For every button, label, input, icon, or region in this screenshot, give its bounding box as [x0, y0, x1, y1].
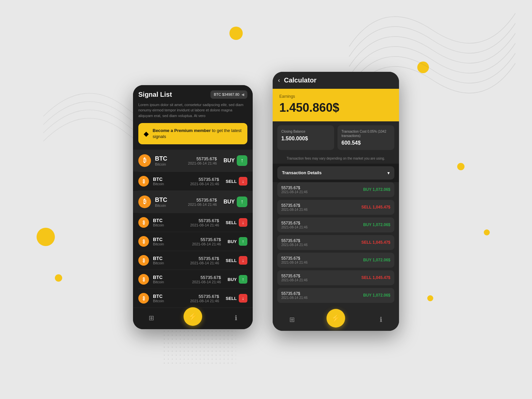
signal-date: 2021-08-14 21:46: [188, 202, 217, 206]
action-btn[interactable]: BUY ↑: [223, 197, 247, 207]
tx-date: 2021-08-14 21:46: [281, 296, 308, 300]
signal-list-title: Signal List: [138, 91, 172, 98]
tx-price: 55735.67$: [281, 221, 308, 225]
tx-info: 55735.67$ 2021-08-14 21:46: [281, 291, 308, 300]
signal-price: 55735.67$: [188, 198, 217, 202]
signal-price-info: 55735.67$ 2021-08-14 21:46: [188, 198, 217, 206]
action-label: BUY: [228, 277, 237, 282]
signal-info: BTC Bitcoin: [153, 294, 186, 303]
action-btn[interactable]: BUY ↑: [223, 155, 247, 166]
signal-date: 2021-08-14 21:46: [190, 261, 219, 265]
signal-item[interactable]: ₿ BTC Bitcoin 55735.67$ 2021-08-14 21:46…: [133, 191, 253, 213]
back-button[interactable]: ‹: [278, 77, 280, 84]
earnings-card: Earnings 1.450.860$: [273, 89, 399, 121]
signal-list: ₿ BTC Bitcoin 55735.67$ 2021-08-14 21:46…: [133, 150, 253, 308]
transaction-item[interactable]: 55735.67$ 2021-08-14 21:46 BUY 1,072.06$: [277, 253, 394, 268]
transaction-item[interactable]: 55735.67$ 2021-08-14 21:46 SELL 1,045.47…: [277, 270, 394, 285]
signal-list-screen: Signal List BTC $34987.80 ◀ Lorem ipsum …: [133, 85, 253, 330]
sell-icon: ↓: [239, 256, 247, 265]
signal-price: 55735.67$: [190, 177, 219, 182]
tx-date: 2021-08-14 21:46: [281, 190, 308, 194]
badge-arrow: ◀: [241, 92, 244, 97]
signal-price-info: 55735.67$ 2021-08-14 21:46: [190, 218, 219, 227]
transaction-item[interactable]: 55735.67$ 2021-08-14 21:46 BUY 1,072.06$: [277, 182, 394, 197]
signal-price: 55735.67$: [192, 237, 221, 242]
transaction-item[interactable]: 55735.67$ 2021-08-14 21:46 BUY 1,072.06$: [277, 217, 394, 232]
tx-info: 55735.67$ 2021-08-14 21:46: [281, 221, 308, 229]
closing-balance-card: Closing Balance 1.500.000$: [277, 125, 334, 150]
transaction-item[interactable]: 55735.67$ 2021-08-14 21:46 SELL 1,045.47…: [277, 200, 394, 215]
signal-name: Bitcoin: [153, 182, 186, 186]
sell-icon: ↓: [239, 177, 247, 186]
tx-info: 55735.67$ 2021-08-14 21:46: [281, 256, 308, 264]
signal-item[interactable]: ₿ BTC Bitcoin 55735.67$ 2021-08-14 21:46…: [133, 251, 253, 270]
action-btn[interactable]: SELL ↓: [226, 294, 247, 303]
btc-price-badge[interactable]: BTC $34987.80 ◀: [210, 90, 247, 99]
action-btn[interactable]: SELL ↓: [226, 177, 247, 186]
transaction-list: 55735.67$ 2021-08-14 21:46 BUY 1,072.06$…: [273, 182, 399, 310]
signal-item[interactable]: ₿ BTC Bitcoin 55735.67$ 2021-08-14 21:46…: [133, 172, 253, 191]
tx-price: 55735.67$: [281, 238, 308, 243]
tx-action: BUY 1,072.06$: [363, 222, 390, 227]
premium-text: Become a Premium member to get the lates…: [153, 128, 242, 140]
lightning-button[interactable]: ⚡: [184, 307, 202, 326]
tx-date: 2021-08-14 21:46: [281, 261, 308, 264]
signal-name: Bitcoin: [153, 242, 188, 246]
info-nav-icon[interactable]: ℹ: [380, 316, 382, 324]
info-nav-icon[interactable]: ℹ: [235, 314, 237, 322]
calculator-screen: ‹ Calculator Earnings 1.450.860$ Closing…: [273, 72, 399, 331]
grid-nav-icon[interactable]: ⊞: [289, 316, 295, 324]
signal-coin: BTC: [153, 275, 188, 280]
signal-item[interactable]: ₿ BTC Bitcoin 55735.67$ 2021-08-14 21:46…: [133, 232, 253, 251]
lightning-icon: ⚡: [188, 312, 198, 321]
transaction-details-header[interactable]: Transaction Details ▾: [277, 166, 394, 180]
sell-icon: ↓: [239, 218, 247, 227]
action-label: BUY: [223, 158, 235, 164]
signal-date: 2021-08-14 21:46: [190, 223, 219, 227]
signal-coin: BTC: [153, 294, 186, 299]
closing-balance-value: 1.500.000$: [281, 136, 330, 142]
signal-price-info: 55735.67$ 2021-08-14 21:46: [192, 275, 221, 284]
signal-info: BTC Bitcoin: [155, 197, 184, 207]
tx-action: BUY 1,072.06$: [363, 293, 390, 298]
signal-description: Lorem ipsum dolor sit amet, consetetur s…: [133, 99, 253, 123]
tx-date: 2021-08-14 21:46: [281, 278, 308, 282]
signal-item[interactable]: ₿ BTC Bitcoin 55735.67$ 2021-08-14 21:46…: [133, 213, 253, 232]
action-btn[interactable]: SELL ↓: [226, 256, 247, 265]
calculator-title: Calculator: [284, 76, 317, 84]
signal-item[interactable]: ₿ BTC Bitcoin 55735.67$ 2021-08-14 21:46…: [133, 150, 253, 172]
signal-price: 55735.67$: [190, 256, 219, 261]
premium-banner[interactable]: ◆ Become a Premium member to get the lat…: [138, 123, 247, 144]
calc-bottom-nav: ⊞ ℹ ⚡: [273, 310, 399, 331]
signal-date: 2021-08-14 21:46: [190, 182, 219, 186]
signal-coin: BTC: [155, 197, 184, 203]
signal-item[interactable]: ₿ BTC Bitcoin 55735.67$ 2021-08-14 21:46…: [133, 289, 253, 308]
signal-name: Bitcoin: [153, 261, 186, 265]
signal-price-info: 55735.67$ 2021-08-14 21:46: [190, 294, 219, 303]
lightning-button[interactable]: ⚡: [327, 309, 345, 328]
signal-coin: BTC: [153, 237, 188, 242]
tx-date: 2021-08-14 21:46: [281, 243, 308, 247]
tx-action: SELL 1,045.47$: [361, 275, 390, 280]
signal-date: 2021-08-14 21:46: [192, 280, 221, 284]
btc-icon: ₿: [138, 255, 149, 266]
signal-date: 2021-08-14 21:46: [188, 161, 217, 165]
tx-price: 55735.67$: [281, 291, 308, 296]
tx-info: 55735.67$ 2021-08-14 21:46: [281, 238, 308, 247]
signal-info: BTC Bitcoin: [155, 155, 184, 166]
action-btn[interactable]: BUY ↑: [228, 275, 247, 284]
btc-icon: ₿: [138, 274, 149, 285]
signal-item[interactable]: ₿ BTC Bitcoin 55735.67$ 2021-08-14 21:46…: [133, 270, 253, 289]
transaction-cost-label: Transaction Cost 0.05% (1042 transaction…: [341, 129, 390, 138]
tx-info: 55735.67$ 2021-08-14 21:46: [281, 186, 308, 194]
transaction-details-title: Transaction Details: [282, 170, 322, 175]
action-btn[interactable]: SELL ↓: [226, 218, 247, 227]
signal-price: 55735.67$: [192, 275, 221, 280]
signal-name: Bitcoin: [153, 280, 188, 284]
transaction-item[interactable]: 55735.67$ 2021-08-14 21:46 BUY 1,072.06$: [277, 288, 394, 303]
buy-icon: ↑: [239, 237, 247, 246]
action-btn[interactable]: BUY ↑: [228, 237, 247, 246]
buy-icon: ↑: [237, 155, 247, 166]
transaction-item[interactable]: 55735.67$ 2021-08-14 21:46 SELL 1,045.47…: [277, 235, 394, 250]
grid-nav-icon[interactable]: ⊞: [149, 314, 154, 322]
